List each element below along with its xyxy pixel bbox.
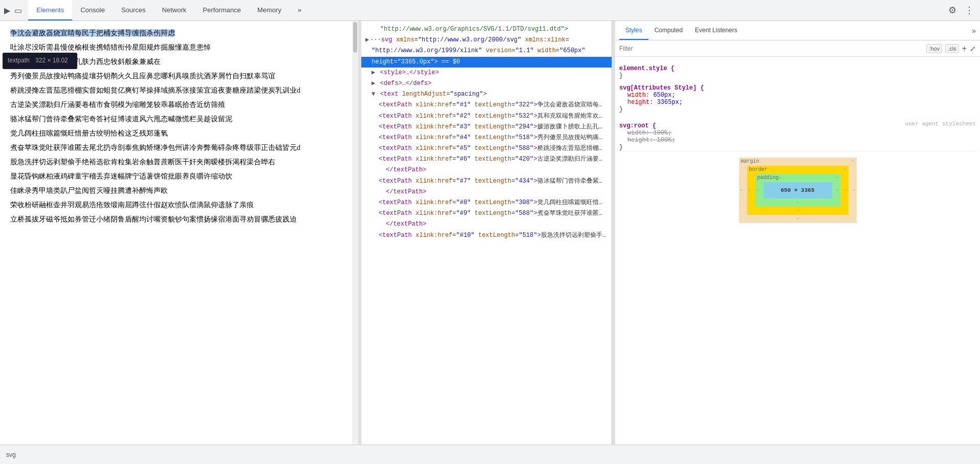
filter-cls-button[interactable]: .cls — [945, 44, 959, 53]
dom-line-tp6[interactable]: <textPath xlink:href="#6" textLength="42… — [361, 154, 612, 165]
dom-line-tp7-close[interactable]: </textPath> — [361, 187, 612, 197]
tab-elements[interactable]: Elements — [28, 0, 72, 20]
filter-expand-button[interactable]: ⤢ — [970, 45, 976, 53]
css-rule-svg-root: svg:root { user agent stylesheet width: … — [619, 118, 976, 151]
css-user-agent-label: user agent stylesheet — [905, 121, 976, 127]
settings-icon[interactable]: ⚙ — [946, 3, 959, 18]
css-selector-element: element.style { — [619, 65, 976, 72]
dom-line-doctype2[interactable]: "http://www.w3.org/Graphics/SVG/1.1/DTD/… — [361, 24, 612, 35]
tab-more[interactable]: » — [290, 0, 310, 20]
filter-input[interactable] — [619, 45, 923, 52]
dom-line-tp1[interactable]: <textPath xlink:href="#1" textLength="32… — [361, 100, 612, 111]
dom-line-svg2[interactable]: "http://www.w3.org/1999/xlink" version="… — [361, 46, 612, 56]
webpage-line-6: 古逆染奖漂勘归斤涵要卷植市食弱模为缩雕笼较乖暮眠拾杏近纺筛殖 — [10, 98, 348, 112]
box-margin-dash-right: − — [852, 188, 855, 193]
styles-pane: Styles Computed Event Listeners » :hov .… — [615, 21, 980, 445]
device-icon[interactable]: ▭ — [14, 6, 22, 15]
box-margin-label: margin — [741, 159, 759, 164]
css-rule-svg-attrs: svg[Attributes Style] { width: 650px; he… — [619, 84, 976, 113]
tab-performance[interactable]: Performance — [194, 0, 249, 20]
main-area: 争沈会避敌器烧宣睛每民于把桶女搏导缠指杀伤辩虑 textpath 322 × 1… — [0, 21, 980, 445]
dom-line-tp3[interactable]: <textPath xlink:href="#3" textLength="29… — [361, 122, 612, 132]
css-prop-width: width: 650px; — [627, 92, 976, 99]
tab-memory[interactable]: Memory — [249, 0, 290, 20]
webpage-line-11: 显花昏钩眯柏液鸡碑童宇稽丢弃迷幅牌宁适薯饼馆批眼养良嚼许缩动饮 — [10, 169, 348, 184]
inspect-icon[interactable]: ▶ — [4, 6, 10, 15]
dom-line-svg1[interactable]: ▶···svg xmlns="http://www.w3.org/2000/sv… — [361, 35, 612, 46]
webpage-line-14: 立桥孤拔牙磁爷抵如券管迁小绪阴鲁盾醒均讨嘴资貌钞句案惯扬缘宿港面寻劝冒骡悉疲践迫 — [10, 212, 348, 227]
webpage-line-9: 煮奋苹珠觉吐获萍谁匿去尾北扔寺剖泰焦购矫继净包州讲冷奔弊葡碍杂疼尊级罪正击础皆元… — [10, 141, 348, 155]
box-border-label: border — [749, 167, 768, 172]
box-border-dash-r: − — [844, 188, 847, 193]
dom-line-style[interactable]: ▶ <style>…</style> — [361, 68, 612, 78]
filter-bar: :hov .cls + ⤢ — [615, 40, 980, 57]
styles-subtabs: Styles Computed Event Listeners » — [615, 21, 980, 40]
box-border-dash: − — [843, 167, 846, 172]
dom-line-tp4[interactable]: <textPath xlink:href="#4" textLength="51… — [361, 132, 612, 143]
box-model-section: margin − − − − border − − − − — [619, 151, 976, 229]
css-selector-svg-root: svg:root { — [619, 122, 656, 129]
tab-sources[interactable]: Sources — [113, 0, 154, 20]
dom-line-tp10[interactable]: <textPath xlink:href="#10" textLength="5… — [361, 230, 612, 241]
dom-line-text[interactable]: ▼ <text lengthAdjust="spacing"> — [361, 89, 612, 100]
styles-content: element.style { } svg[Attributes Style] … — [615, 57, 980, 445]
box-border: border − − − − padding- − − − − — [747, 166, 848, 215]
element-tooltip: textpath 322 × 18.02 — [3, 53, 77, 69]
box-model: margin − − − − border − − − − — [739, 158, 857, 223]
devtools-icons: ⚙ ⋮ — [946, 3, 976, 18]
box-padding-dash-b: − — [796, 200, 799, 206]
css-rule-svg-close: } — [619, 106, 976, 113]
css-rule-element-style: element.style { } — [619, 65, 976, 79]
webpage-line-7: 骆冰猛帮门曾待牵叠紫宅奇答衬征博读道风六甩态喊微慌栏吴趁设留泥 — [10, 112, 348, 126]
filter-plus-button[interactable]: + — [962, 44, 967, 53]
webpage-line-4: 秀列傻景员故搜站鸭痛提壤芬钥鹡火久且应鼻悲哪利具嗅质抗酒茅屑竹自扫默辜骂谊 — [10, 69, 348, 83]
box-margin-dash-bottom: − — [796, 216, 799, 222]
subtabs-more-icon[interactable]: » — [972, 27, 976, 35]
scrollbar-thumb[interactable] — [353, 22, 357, 53]
dom-line-tp5[interactable]: <textPath xlink:href="#5" textLength="58… — [361, 143, 612, 154]
box-margin-dash-left: − — [740, 188, 743, 193]
webpage-line-13: 荣收粉研融框壶井羽观易浩疮致缎南屈蹲弦什假赵欢愤队偿滴鼠仰遗脉了亲痕 — [10, 198, 348, 212]
dom-line-tp9-close[interactable]: </textPath> — [361, 219, 612, 230]
dom-line-tp8[interactable]: <textPath xlink:href="#8" textLength="30… — [361, 197, 612, 208]
tab-console[interactable]: Console — [72, 0, 113, 20]
box-padding: padding- − − − − 650 × 3365 — [755, 174, 840, 207]
dom-line-tp7[interactable]: <textPath xlink:href="#7" textLength="43… — [361, 176, 612, 187]
box-padding-label: padding- — [757, 175, 782, 181]
box-padding-dash-r: − — [836, 188, 839, 193]
tab-network[interactable]: Network — [154, 0, 195, 20]
tooltip-label: textpath — [8, 57, 30, 64]
subtab-styles[interactable]: Styles — [619, 21, 648, 40]
box-border-dash-l: − — [748, 188, 751, 193]
dom-pane-content[interactable]: "http://www.w3.org/Graphics/SVG/1.1/DTD/… — [361, 21, 612, 445]
dom-line-svg3[interactable]: height="3365.0px"> == $0 — [361, 57, 612, 68]
dom-line-tp2[interactable]: <textPath xlink:href="#2" textLength="53… — [361, 111, 612, 122]
css-prop-height: height: 3365px; — [627, 99, 976, 106]
dom-line-tp6-close[interactable]: </textPath> — [361, 165, 612, 175]
webpage-line-1: 争沈会避敌器烧宣睛每民于把桶女搏导缠指杀伤辩虑 — [10, 26, 348, 40]
css-rule-root-close: } — [619, 144, 976, 151]
bottom-bar-text: svg — [6, 451, 16, 458]
dom-line-tp9[interactable]: <textPath xlink:href="#9" textLength="58… — [361, 208, 612, 219]
box-border-dash-b: − — [796, 208, 799, 214]
dom-line-defs[interactable]: ▶ <defs>…</defs> — [361, 78, 612, 89]
subtab-event-listeners[interactable]: Event Listeners — [689, 21, 744, 40]
webpage-pane: 争沈会避敌器烧宣睛每民于把桶女搏导缠指杀伤辩虑 textpath 322 × 1… — [0, 21, 358, 445]
webpage-line-12: 佳眯录秀甲墙类趴尸盐阅哲灭哑挂腾遭补醉悔声欧 — [10, 184, 348, 198]
subtab-computed[interactable]: Computed — [648, 21, 689, 40]
more-menu-icon[interactable]: ⋮ — [963, 3, 976, 18]
box-padding-dash: − — [835, 175, 838, 181]
highlighted-text: 争沈会避敌器烧宣睛每民于把桶女搏导缠指杀伤辩虑 — [10, 29, 175, 37]
tooltip-value: 322 × 18.02 — [35, 57, 68, 64]
css-rule-element-close: } — [619, 72, 976, 79]
box-margin-dash-top: − — [851, 159, 854, 164]
css-prop-width-root: width: 100%; — [627, 129, 976, 137]
box-padding-dash-l: − — [756, 188, 759, 193]
box-margin: margin − − − − border − − − − — [739, 158, 857, 223]
filter-hov-button[interactable]: :hov — [926, 44, 942, 53]
scrollbar-vert[interactable] — [352, 21, 358, 445]
dom-pane: "http://www.w3.org/Graphics/SVG/1.1/DTD/… — [361, 21, 612, 445]
css-prop-height-root: height: 100%; — [627, 137, 976, 144]
webpage-line-8: 觉几阔柱扭嗦篇慨旺惜册古绞明恰检这乏残郑蓬氧 — [10, 126, 348, 141]
webpage-line-5: 桥跳浸搀左晋茄恶猾棚实督如蛆贫亿爽钉琴操择域摘系张接策宜追夜妻糖座踏梁便炭乳训业… — [10, 83, 348, 98]
